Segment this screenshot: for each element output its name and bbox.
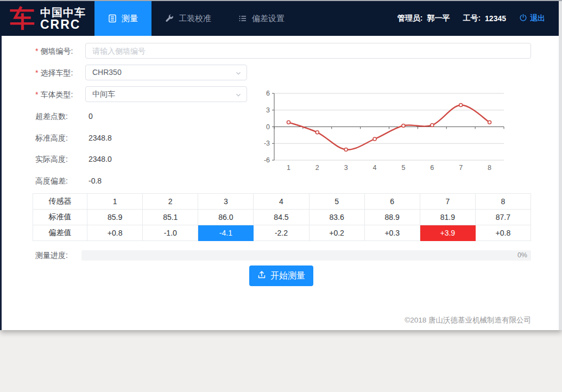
value-cell: +0.3 bbox=[364, 225, 420, 241]
progress-bar: 0% bbox=[81, 250, 531, 261]
standard-height-label: 标准高度: bbox=[35, 134, 68, 143]
value-cell: 85.1 bbox=[143, 210, 198, 225]
height-deviation-value: -0.8 bbox=[89, 176, 102, 185]
logout-button[interactable]: 退出 bbox=[519, 14, 545, 23]
nav-tabs: 测量 工装校准 偏差设置 bbox=[94, 1, 298, 36]
logout-label: 退出 bbox=[530, 14, 545, 23]
over-tolerance-count-value: 0 bbox=[89, 112, 93, 121]
tab-measure[interactable]: 测量 bbox=[94, 1, 151, 36]
sensor-table: 传感器12345678标准值85.985.186.084.583.688.981… bbox=[33, 193, 531, 241]
app-window: 车 中国中车 CRRC 测量 bbox=[0, 0, 562, 330]
vehicle-model-label: *选择车型: bbox=[35, 68, 73, 78]
progress-label: 测量进度: bbox=[35, 251, 68, 261]
body-type-label: *车体类型: bbox=[35, 90, 73, 100]
body-type-select[interactable]: 中间车 bbox=[85, 86, 247, 102]
sensor-col-5: 5 bbox=[309, 194, 364, 210]
user-role-label: 管理员: bbox=[397, 14, 423, 23]
required-mark: * bbox=[35, 47, 38, 55]
deviation-line-chart: 630-3-612345678 bbox=[255, 86, 538, 175]
tab-deviation-label: 偏差设置 bbox=[252, 14, 285, 24]
tab-measure-label: 测量 bbox=[122, 14, 138, 24]
value-cell: 84.5 bbox=[254, 210, 309, 225]
user-name: 郭一平 bbox=[427, 14, 450, 23]
vehicle-model-value: CHR350 bbox=[92, 68, 122, 77]
navbar: 车 中国中车 CRRC 测量 bbox=[0, 1, 559, 36]
wall-number-label: *侧墙编号: bbox=[35, 47, 73, 56]
height-deviation-label: 高度偏差: bbox=[35, 176, 68, 186]
list-icon bbox=[238, 14, 247, 23]
over-tolerance-count-label: 超差点数: bbox=[35, 112, 68, 122]
user-info: 管理员: 郭一平 工号: 12345 退出 bbox=[397, 1, 545, 36]
employee-id-label: 工号: bbox=[463, 14, 481, 23]
tab-tooling-label: 工装校准 bbox=[179, 14, 211, 24]
crrc-logo-emblem: 车 bbox=[10, 7, 35, 30]
value-cell: +0.8 bbox=[87, 225, 143, 241]
actual-height-value: 2348.0 bbox=[89, 155, 112, 163]
required-mark: * bbox=[35, 90, 38, 99]
value-cell: -1.0 bbox=[143, 225, 198, 241]
sensor-col-8: 8 bbox=[475, 194, 531, 210]
value-cell: 88.9 bbox=[364, 210, 420, 225]
start-measure-button[interactable]: 开始测量 bbox=[249, 265, 313, 286]
sensor-col-7: 7 bbox=[420, 194, 475, 210]
value-cell: +0.8 bbox=[475, 225, 531, 241]
required-mark: * bbox=[35, 68, 38, 77]
svg-text:-3: -3 bbox=[264, 140, 270, 147]
window-left-edge bbox=[0, 36, 2, 330]
row-label-cell: 标准值 bbox=[33, 210, 87, 225]
start-measure-label: 开始测量 bbox=[270, 270, 305, 282]
row-label-cell: 偏差值 bbox=[33, 225, 87, 241]
svg-text:2: 2 bbox=[315, 164, 319, 172]
value-cell: 83.6 bbox=[309, 210, 364, 225]
value-cell: +0.2 bbox=[309, 225, 364, 241]
crrc-logo: 车 中国中车 CRRC bbox=[10, 1, 86, 36]
tab-tooling-calibration[interactable]: 工装校准 bbox=[151, 1, 225, 36]
svg-text:8: 8 bbox=[488, 164, 491, 172]
value-cell: 87.7 bbox=[475, 210, 531, 225]
svg-text:6: 6 bbox=[430, 164, 434, 172]
svg-text:-6: -6 bbox=[264, 156, 270, 164]
value-cell: -2.2 bbox=[254, 225, 309, 241]
document-icon bbox=[108, 14, 117, 23]
svg-text:3: 3 bbox=[344, 164, 348, 172]
chevron-down-icon bbox=[235, 92, 242, 98]
value-cell: +3.9 bbox=[420, 225, 475, 241]
svg-text:4: 4 bbox=[373, 164, 377, 172]
svg-text:1: 1 bbox=[287, 164, 291, 172]
value-cell: 81.9 bbox=[420, 210, 475, 225]
svg-text:5: 5 bbox=[401, 164, 405, 172]
table-header-row: 传感器12345678 bbox=[33, 194, 531, 210]
sensor-col-1: 1 bbox=[87, 194, 143, 210]
employee-id: 12345 bbox=[485, 14, 506, 23]
sensor-col-6: 6 bbox=[364, 194, 420, 210]
standard-height-value: 2348.8 bbox=[89, 134, 112, 142]
value-cell: -4.1 bbox=[198, 225, 254, 241]
sensor-header-cell: 传感器 bbox=[33, 194, 87, 210]
power-icon bbox=[519, 14, 527, 23]
sensor-col-4: 4 bbox=[254, 194, 309, 210]
progress-percent: 0% bbox=[517, 251, 527, 259]
body-type-value: 中间车 bbox=[92, 90, 115, 98]
copyright: ©2018 唐山沃德基业机械制造有限公司 bbox=[405, 315, 531, 325]
svg-text:7: 7 bbox=[459, 164, 463, 172]
svg-text:6: 6 bbox=[266, 90, 270, 97]
svg-text:3: 3 bbox=[266, 106, 270, 114]
table-row: 标准值85.985.186.084.583.688.981.987.7 bbox=[33, 210, 531, 225]
vehicle-model-select[interactable]: CHR350 bbox=[85, 65, 247, 80]
svg-text:0: 0 bbox=[266, 123, 270, 131]
logo-text-cn: 中国中车 bbox=[40, 7, 86, 18]
value-cell: 86.0 bbox=[198, 210, 254, 225]
actual-height-label: 实际高度: bbox=[35, 155, 68, 165]
upload-icon bbox=[257, 270, 266, 281]
logo-text-en: CRRC bbox=[40, 18, 86, 31]
scrollbar[interactable] bbox=[559, 1, 562, 330]
tab-deviation-settings[interactable]: 偏差设置 bbox=[225, 1, 298, 36]
wrench-icon bbox=[165, 14, 174, 23]
table-row: 偏差值+0.8-1.0-4.1-2.2+0.2+0.3+3.9+0.8 bbox=[33, 225, 531, 241]
sensor-col-2: 2 bbox=[143, 194, 198, 210]
chevron-down-icon bbox=[235, 70, 242, 77]
wall-number-input[interactable] bbox=[85, 43, 531, 59]
sensor-col-3: 3 bbox=[198, 194, 254, 210]
value-cell: 85.9 bbox=[87, 210, 143, 225]
